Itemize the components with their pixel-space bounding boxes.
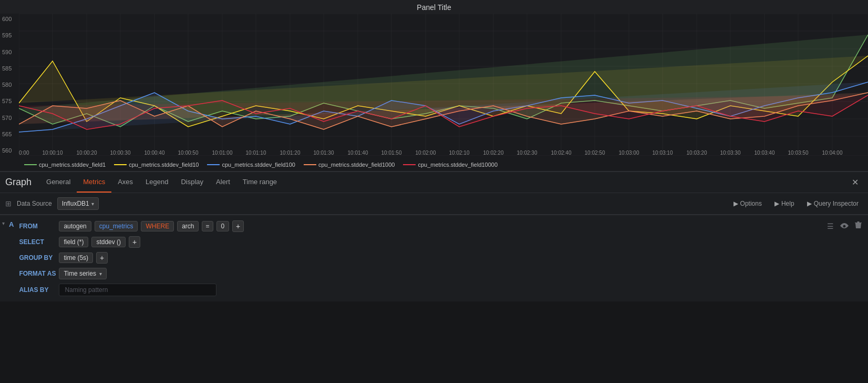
chevron-down-format-icon: ▾ [99, 271, 102, 277]
svg-text:10:01:10: 10:01:10 [246, 150, 266, 156]
svg-text:10:00:30: 10:00:30 [110, 150, 131, 156]
svg-text:10:02:00: 10:02:00 [416, 150, 436, 156]
chevron-right-icon: ▶ [733, 200, 738, 207]
chevron-down-icon-row: ▾ [2, 220, 5, 226]
delete-button[interactable] [853, 220, 864, 231]
svg-text:10:03:50: 10:03:50 [788, 150, 809, 156]
y-axis-labels: 600 595 590 585 580 575 570 565 560 [0, 14, 19, 156]
chart-legend: cpu_metrics.stddev_field1 cpu_metrics.st… [19, 158, 868, 171]
svg-text:10:02:50: 10:02:50 [585, 150, 605, 156]
format-value: Time series [64, 270, 96, 277]
where-add-button[interactable]: + [232, 220, 244, 232]
alias-input[interactable] [59, 284, 216, 296]
svg-text:10:00:40: 10:00:40 [144, 150, 165, 156]
chevron-right-icon-help: ▶ [774, 200, 779, 207]
hamburger-button[interactable]: ☰ [825, 221, 836, 231]
svg-text:10:02:40: 10:02:40 [551, 150, 572, 156]
svg-text:10:04:00: 10:04:00 [822, 150, 843, 156]
svg-text:10:02:10: 10:02:10 [449, 150, 470, 156]
svg-text:10:00:10: 10:00:10 [43, 150, 63, 156]
eye-button[interactable] [838, 221, 851, 231]
tab-metrics[interactable]: Metrics [77, 172, 111, 193]
groupby-line: GROUP BY time (5s) + [16, 250, 821, 266]
svg-text:10:01:20: 10:01:20 [280, 150, 301, 156]
select-add-button[interactable]: + [129, 236, 140, 248]
panel-type-label: Graph [5, 177, 32, 188]
where-op-tag: = [202, 221, 213, 231]
chevron-right-icon-qi: ▶ [807, 200, 812, 207]
retention-tag[interactable]: autogen [59, 221, 91, 231]
svg-text:10:01:00: 10:01:00 [212, 150, 233, 156]
where-field-tag[interactable]: arch [177, 221, 199, 231]
groupby-add-button[interactable]: + [96, 252, 108, 264]
legend-item-3: cpu_metrics.stddev_field100 [207, 162, 295, 168]
aliasby-keyword: ALIAS BY [19, 286, 56, 294]
svg-text:10:00:50: 10:00:50 [178, 150, 199, 156]
svg-text:10:03:40: 10:03:40 [755, 150, 775, 156]
svg-text:10:03:00: 10:03:00 [619, 150, 639, 156]
group-time-tag[interactable]: time (5s) [59, 253, 93, 263]
format-select[interactable]: Time series ▾ [59, 268, 107, 279]
query-inspector-button[interactable]: ▶ Query Inspector [803, 198, 863, 209]
legend-label-5: cpu_metrics.stddev_field10000 [418, 162, 498, 168]
tab-display[interactable]: Display [174, 172, 210, 193]
legend-item-5: cpu_metrics.stddev_field10000 [403, 162, 498, 168]
from-keyword: FROM [19, 223, 56, 230]
legend-item-1: cpu_metrics.stddev_field1 [24, 162, 106, 168]
where-val-tag[interactable]: 0 [216, 221, 230, 231]
collapse-btn[interactable]: ▾ [0, 215, 7, 231]
datasource-select[interactable]: InfluxDB1 ▾ [57, 197, 99, 210]
svg-text:10:02:30: 10:02:30 [517, 150, 538, 156]
svg-text:10:00:00: 10:00:00 [19, 150, 29, 156]
legend-color-2 [114, 164, 127, 165]
panel-editor: Graph General Metrics Axes Legend Displa… [0, 172, 868, 301]
legend-item-2: cpu_metrics.stddev_field10 [114, 162, 199, 168]
select-func-tag[interactable]: stddev () [91, 237, 126, 247]
svg-text:10:01:40: 10:01:40 [348, 150, 368, 156]
chart-svg: 10:00:00 10:00:10 10:00:20 10:00:30 10:0… [19, 14, 868, 156]
datasource-icon: ⊞ [5, 199, 12, 208]
svg-text:10:02:20: 10:02:20 [483, 150, 504, 156]
query-top-bar: ⊞ Data Source InfluxDB1 ▾ ▶ Options ▶ He… [0, 193, 868, 215]
datasource-label: Data Source [17, 200, 52, 207]
legend-label-4: cpu_metrics.stddev_field1000 [318, 162, 395, 168]
groupby-keyword: GROUP BY [19, 254, 56, 261]
svg-text:10:01:30: 10:01:30 [314, 150, 334, 156]
help-button[interactable]: ▶ Help [770, 198, 799, 209]
datasource-value: InfluxDB1 [62, 200, 89, 207]
query-row-actions: ☰ [821, 215, 868, 237]
legend-color-4 [304, 164, 316, 165]
query-letter-a: A [9, 220, 14, 228]
svg-text:10:03:10: 10:03:10 [653, 150, 673, 156]
query-top-actions: ▶ Options ▶ Help ▶ Query Inspector [729, 198, 863, 209]
legend-label-2: cpu_metrics.stddev_field10 [129, 162, 199, 168]
tab-legend[interactable]: Legend [139, 172, 174, 193]
query-editor: ⊞ Data Source InfluxDB1 ▾ ▶ Options ▶ He… [0, 193, 868, 301]
svg-text:10:03:30: 10:03:30 [720, 150, 741, 156]
tab-axes[interactable]: Axes [111, 172, 139, 193]
options-button[interactable]: ▶ Options [729, 198, 766, 209]
legend-color-1 [24, 164, 37, 165]
tab-general[interactable]: General [40, 172, 77, 193]
legend-item-4: cpu_metrics.stddev_field1000 [304, 162, 395, 168]
select-field-tag[interactable]: field (*) [59, 237, 88, 247]
tabs-container: General Metrics Axes Legend Display Aler… [40, 172, 283, 193]
options-label: Options [740, 200, 762, 207]
formatas-line: FORMAT AS Time series ▾ [16, 266, 821, 281]
chevron-down-icon: ▾ [91, 201, 94, 207]
svg-text:10:00:20: 10:00:20 [77, 150, 97, 156]
panel-title: Panel Title [0, 0, 868, 14]
legend-label-1: cpu_metrics.stddev_field1 [39, 162, 106, 168]
formatas-keyword: FORMAT AS [19, 270, 56, 277]
from-line: FROM autogen cpu_metrics WHERE arch = 0 … [16, 218, 821, 234]
select-line: SELECT field (*) stddev () + [16, 234, 821, 250]
table-tag[interactable]: cpu_metrics [95, 221, 138, 231]
svg-text:10:03:20: 10:03:20 [687, 150, 707, 156]
query-inspector-label: Query Inspector [814, 200, 859, 207]
tab-alert[interactable]: Alert [210, 172, 236, 193]
aliaseby-line: ALIAS BY [16, 281, 821, 298]
query-letter-badge: A [7, 215, 16, 234]
select-keyword: SELECT [19, 238, 56, 246]
tab-time-range[interactable]: Time range [236, 172, 283, 193]
close-button[interactable]: ✕ [848, 175, 863, 189]
